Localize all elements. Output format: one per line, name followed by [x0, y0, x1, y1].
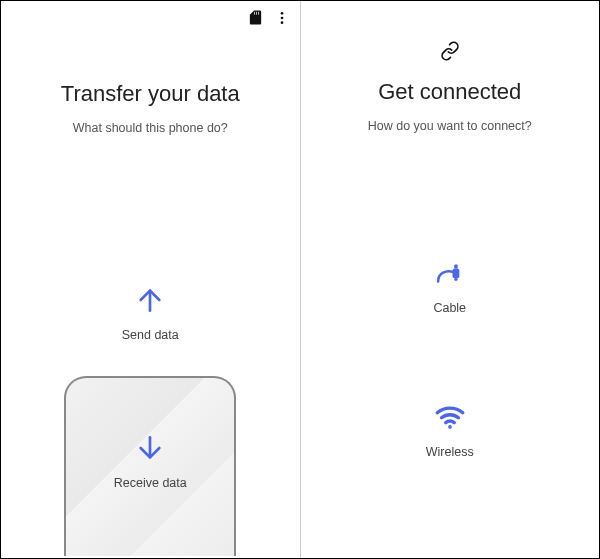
svg-rect-5 — [452, 269, 459, 278]
arrow-up-icon — [130, 280, 170, 320]
more-options-icon[interactable] — [274, 10, 290, 26]
header: Transfer your data What should this phon… — [61, 81, 240, 135]
svg-point-1 — [280, 16, 283, 19]
svg-point-0 — [280, 12, 283, 15]
send-data-label: Send data — [122, 328, 179, 342]
link-icon — [440, 41, 460, 61]
options-area: Send data Receive data — [1, 280, 300, 556]
get-connected-screen: Get connected How do you want to connect… — [301, 1, 600, 558]
send-data-option[interactable]: Send data — [122, 280, 179, 342]
wifi-icon — [430, 397, 470, 437]
cable-option[interactable]: Cable — [430, 253, 470, 315]
header: Get connected How do you want to connect… — [368, 79, 532, 133]
cable-icon — [430, 253, 470, 293]
page-title: Get connected — [368, 79, 532, 105]
transfer-data-screen: Transfer your data What should this phon… — [1, 1, 301, 558]
svg-point-8 — [448, 425, 452, 429]
page-subtitle: What should this phone do? — [61, 121, 240, 135]
topbar — [247, 9, 290, 26]
receive-data-option[interactable]: Receive data — [64, 376, 236, 556]
options-area: Cable Wireless — [301, 253, 600, 459]
svg-point-2 — [280, 21, 283, 24]
receive-data-label: Receive data — [114, 476, 187, 490]
arrow-down-icon — [130, 428, 170, 468]
svg-rect-6 — [454, 265, 457, 269]
page-title: Transfer your data — [61, 81, 240, 107]
wireless-label: Wireless — [426, 445, 474, 459]
sd-card-icon[interactable] — [247, 9, 264, 26]
cable-label: Cable — [433, 301, 466, 315]
wireless-option[interactable]: Wireless — [426, 397, 474, 459]
page-subtitle: How do you want to connect? — [368, 119, 532, 133]
svg-rect-7 — [454, 278, 457, 281]
